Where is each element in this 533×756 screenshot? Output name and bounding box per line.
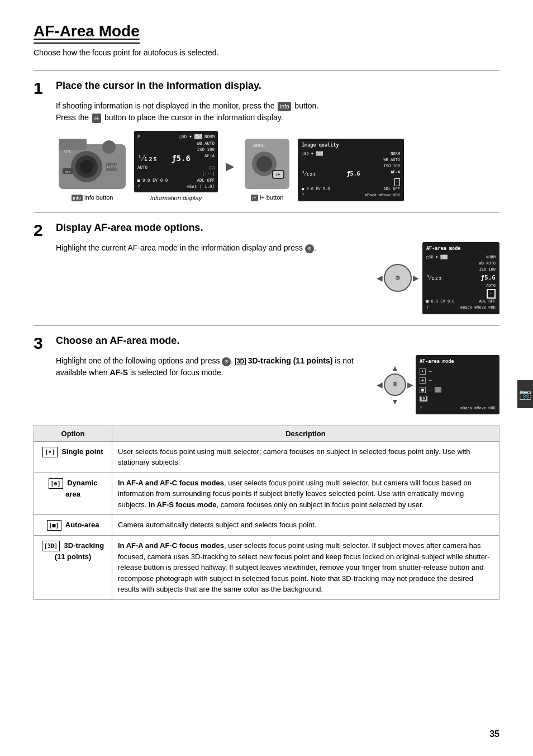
ok-button-step3: ® [384,374,406,396]
3d-tracking-icon: [3D] [42,541,60,551]
col-description-header: Description [112,426,499,441]
step-3-content: Highlight one of the following options a… [56,355,499,414]
i-btn-sym: i+ [251,195,258,201]
step-2-description: Highlight the current AF-area mode in th… [56,242,365,254]
page-number: 35 [489,729,499,739]
ok-control-step2: ◀ ® ▶ [377,264,419,292]
i-button-label: i+ i+ button [251,194,284,201]
3d-tracking-label: 3D-tracking (11 points) [248,356,333,365]
desc-single-point: User selects focus point using multi sel… [112,441,499,472]
svg-point-7 [102,140,116,154]
af-mode-screen-step3: AF-area mode • — ⊕ — ■ — — 3D ?⊕Back ⊕Mo… [416,355,499,414]
table-row-3d-tracking: [3D] 3D-tracking(11 points) In AF-A and … [34,536,499,600]
col-option-header: Option [34,426,112,441]
af-mode-screen-step2: AF-area mode □SD ♦ ▓▓▓NORM WB AUTO ISO 1… [422,242,499,314]
step-1-diagrams: info AUTO ON info info button P□SD ♦ ▓▓▓… [56,130,499,201]
lcd-display-diagram: P□SD ♦ ▓▓▓ NORM WB AUTO ISO 100 ¹⁄₁₂₅ ƒ5… [134,131,218,201]
option-3d-tracking: [3D] 3D-tracking(11 points) [34,536,112,600]
option-dynamic-area: [⊕] Dynamicarea [34,472,112,515]
auto-area-icon: [■] [47,520,61,531]
svg-text:info: info [65,170,70,173]
camera-svg: info AUTO ON [56,130,129,192]
step-2-number: 2 [34,222,49,239]
camera-with-i-button: i+ MENU i+ i+ button [242,130,292,201]
step-1-title: Place the cursor in the information disp… [56,80,261,92]
lcd-screen: P□SD ♦ ▓▓▓ NORM WB AUTO ISO 100 ¹⁄₁₂₅ ƒ5… [134,131,218,192]
dynamic-area-icon: [⊕] [49,478,63,489]
arrow-right-icon: ▶ [223,159,236,173]
lcd-label: Information display [150,195,202,201]
info-btn-label: info [72,195,83,201]
step-2-image: ◀ ® ▶ AF-area mode □SD ♦ ▓▓▓NORM WB AUTO [377,242,499,314]
step-2-text: Highlight the current AF-area mode in th… [56,242,365,261]
step-3-image: ▲ ◀ ® ▶ ▼ AF-area mode • — ⊕ — [377,355,499,414]
desc-dynamic-area: In AF-A and AF-C focus modes, user selec… [112,472,499,515]
left-arrow-icon: ◀ [377,273,383,282]
table-row-single-point: [•] Single point User selects focus poin… [34,441,499,472]
info-button-inline: info [278,102,291,111]
options-table: Option Description [•] Single point User… [34,426,499,600]
right-arrow-icon-3: ▶ [407,380,413,389]
step-3-number: 3 [34,335,49,352]
ok-button-step2: ® [384,264,412,292]
step-3-title: Choose an AF-area mode. [56,335,179,347]
single-point-icon: [•] [42,447,57,457]
step-1-number: 1 [34,80,49,97]
down-arrow-icon: ▼ [391,397,399,406]
camera-body-diagram: info AUTO ON info info button [56,130,129,201]
camera-label: info info button [72,194,113,201]
svg-text:MENU: MENU [253,144,265,148]
svg-text:i+: i+ [277,172,280,177]
left-arrow-icon-3: ◀ [377,380,383,389]
desc-3d-tracking: In AF-A and AF-C focus modes, user selec… [112,536,499,600]
step-3-section: 3 Choose an AF-area mode. Highlight one … [34,325,499,414]
table-row-dynamic-area: [⊕] Dynamicarea In AF-A and AF-C focus m… [34,472,499,515]
right-arrow-icon: ▶ [413,273,419,282]
desc-auto-area: Camera automatically detects subject and… [112,515,499,536]
camera-i-svg: i+ MENU [242,130,292,192]
option-single-point: [•] Single point [34,441,112,472]
side-tab: 📷 [517,380,533,408]
image-quality-screen: Image quality □SD ♦ ▓▓▓NORM WB AUTO ISO … [298,139,404,201]
svg-rect-1 [59,139,87,150]
image-quality-screen-wrap: Image quality □SD ♦ ▓▓▓NORM WB AUTO ISO … [298,139,404,201]
step-2-content: Highlight the current AF-area mode in th… [56,242,499,314]
table-row-auto-area: [■] Auto-area Camera automatically detec… [34,515,499,536]
afs-label: AF-S [110,368,129,377]
svg-point-13 [256,156,272,172]
svg-text:AUTO: AUTO [106,165,117,169]
step-3-description: Highlight one of the following options a… [56,355,365,379]
step-2-title: Display AF-area mode options. [56,222,203,234]
page-title: AF-Area Mode [34,22,140,44]
step-1-section: 1 Place the cursor in the information di… [34,70,499,201]
i-button-inline: i+ [92,114,101,123]
page-subtitle: Choose how the focus point for autofocus… [34,48,499,57]
svg-point-4 [80,160,93,173]
step-1-description: If shooting information is not displayed… [56,100,499,124]
option-auto-area: [■] Auto-area [34,515,112,536]
svg-text:ON: ON [64,149,70,153]
step-3-text: Highlight one of the following options a… [56,355,365,385]
up-arrow-icon: ▲ [391,363,399,372]
camera-tab-icon: 📷 [519,388,531,400]
step-2-section: 2 Display AF-area mode options. Highligh… [34,212,499,314]
